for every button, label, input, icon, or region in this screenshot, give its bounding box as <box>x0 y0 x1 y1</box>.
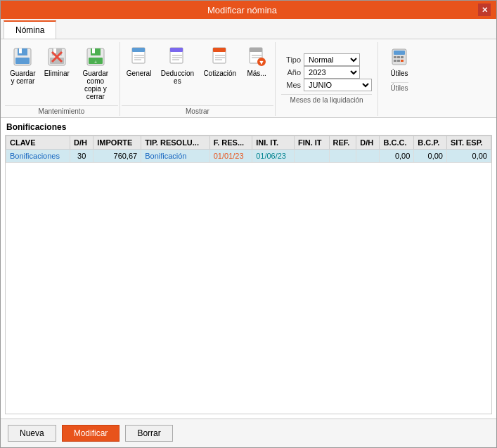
nueva-button[interactable]: Nueva <box>8 425 56 442</box>
bonificaciones-table: CLAVE D/H IMPORTE TIP. RESOLU... F. RES.… <box>6 136 491 163</box>
svg-rect-37 <box>394 51 405 55</box>
window-title: Modificar nómina <box>6 5 478 15</box>
svg-rect-21 <box>170 48 183 52</box>
guardar-copia-label: Guardar como copia y cerrar <box>78 70 113 100</box>
save-icon <box>11 46 34 68</box>
ano-row: Año 2023 2022 2021 <box>281 66 372 79</box>
svg-rect-43 <box>401 60 404 62</box>
title-bar: Modificar nómina ✕ <box>1 1 496 19</box>
table-header-row: CLAVE D/H IMPORTE TIP. RESOLU... F. RES.… <box>6 136 491 150</box>
cotizacion-button[interactable]: Cotización <box>200 44 240 79</box>
svg-rect-41 <box>394 60 396 62</box>
cell-sit-esp: 0,00 <box>446 150 491 163</box>
svg-rect-26 <box>213 48 226 52</box>
eliminar-label: Eliminar <box>44 70 70 77</box>
mas-icon: ▼ <box>245 46 268 68</box>
utiles-button[interactable]: Útiles <box>384 44 415 79</box>
col-tip-resolu: TIP. RESOLU... <box>141 136 210 150</box>
mantenimiento-buttons: Guardar y cerrar Eliminar <box>5 42 118 104</box>
svg-rect-31 <box>250 48 262 52</box>
mes-select[interactable]: ENEROFEBREROMARZO ABRILMAYOJUNIO JULIOAG… <box>304 79 372 91</box>
main-window: Modificar nómina ✕ Nómina <box>0 0 497 448</box>
col-fin-it: FIN. IT <box>294 136 329 150</box>
svg-rect-16 <box>132 48 145 52</box>
cell-bcp: 0,00 <box>414 150 447 163</box>
utiles-group-label: Útiles <box>391 82 408 93</box>
col-bcp: B.C.P. <box>414 136 447 150</box>
col-clave: CLAVE <box>6 136 70 150</box>
mas-label: Más... <box>247 70 266 77</box>
utiles-label: Útiles <box>391 70 408 77</box>
svg-rect-12 <box>92 48 95 53</box>
guardar-cerrar-button[interactable]: Guardar y cerrar <box>6 44 39 87</box>
meses-group-label: Meses de la liquidación <box>281 94 372 105</box>
col-dh2: D/H <box>356 136 380 150</box>
calculator-icon <box>388 46 411 68</box>
cell-clave: Bonificaciones <box>6 150 70 163</box>
svg-rect-2 <box>19 48 22 53</box>
borrar-button[interactable]: Borrar <box>125 425 172 442</box>
cotizacion-label: Cotización <box>203 70 236 77</box>
ribbon: Guardar y cerrar Eliminar <box>1 39 496 118</box>
deducciones-icon <box>166 46 188 68</box>
svg-text:▼: ▼ <box>259 59 265 66</box>
ribbon-group-mantenimiento: Guardar y cerrar Eliminar <box>4 42 120 116</box>
cell-dh: 30 <box>70 150 93 163</box>
tipo-select[interactable]: Normal Extra <box>304 53 360 66</box>
general-icon <box>128 46 150 68</box>
mas-button[interactable]: ▼ Más... <box>241 44 272 79</box>
savecopy-icon: + <box>84 46 107 68</box>
modificar-button[interactable]: Modificar <box>62 425 120 442</box>
utiles-section: Útiles Útiles <box>378 42 420 116</box>
tab-nomina[interactable]: Nómina <box>4 20 56 39</box>
col-ini-it: INI. IT. <box>252 136 295 150</box>
svg-rect-40 <box>401 56 404 58</box>
cell-ref <box>329 150 356 163</box>
guardar-cerrar-label: Guardar y cerrar <box>10 70 36 85</box>
ano-label: Año <box>281 68 301 77</box>
cell-f-res: 01/01/23 <box>209 150 252 163</box>
svg-rect-39 <box>397 56 400 58</box>
mostrar-group-label: Mostrar <box>122 105 273 116</box>
ribbon-tabs: Nómina <box>1 19 496 39</box>
tipo-label: Tipo <box>281 55 301 64</box>
mes-row: Mes ENEROFEBREROMARZO ABRILMAYOJUNIO JUL… <box>281 79 372 91</box>
col-ref: REF. <box>329 136 356 150</box>
delete-icon <box>46 46 68 68</box>
cell-importe: 760,67 <box>93 150 141 163</box>
section-title: Bonificaciones <box>1 118 496 135</box>
cell-ini-it: 01/06/23 <box>252 150 295 163</box>
col-f-res: F. RES... <box>209 136 252 150</box>
deducciones-label: Deducciones <box>160 70 195 85</box>
meses-section: Tipo Normal Extra Año 2023 2022 2021 Mes… <box>276 42 378 116</box>
svg-rect-3 <box>15 58 30 64</box>
col-sit-esp: SIT. ESP. <box>446 136 491 150</box>
deducciones-button[interactable]: Deducciones <box>156 44 198 87</box>
general-label: General <box>127 70 152 77</box>
guardar-copia-button[interactable]: + Guardar como copia y cerrar <box>75 44 117 103</box>
eliminar-button[interactable]: Eliminar <box>41 44 73 79</box>
bonificaciones-table-container: CLAVE D/H IMPORTE TIP. RESOLU... F. RES.… <box>5 135 492 414</box>
general-button[interactable]: General <box>123 44 155 79</box>
ribbon-group-mostrar: General Deducciones <box>120 42 276 116</box>
cell-dh2 <box>356 150 380 163</box>
mantenimiento-group-label: Mantenimiento <box>5 105 118 116</box>
svg-rect-38 <box>394 56 396 58</box>
col-bcc: B.C.C. <box>380 136 414 150</box>
col-dh: D/H <box>70 136 93 150</box>
mes-label: Mes <box>281 81 301 89</box>
footer-buttons: Nueva Modificar Borrar <box>1 419 496 447</box>
mostrar-buttons: General Deducciones <box>122 42 273 104</box>
cell-bcc: 0,00 <box>380 150 414 163</box>
close-button[interactable]: ✕ <box>478 4 491 16</box>
svg-text:+: + <box>94 60 97 65</box>
tipo-row: Tipo Normal Extra <box>281 53 372 66</box>
cotizacion-icon <box>209 46 231 68</box>
cell-tip-resolu: Bonificación <box>141 150 210 163</box>
table-row[interactable]: Bonificaciones 30 760,67 Bonificación 01… <box>6 150 491 163</box>
col-importe: IMPORTE <box>93 136 141 150</box>
ano-select[interactable]: 2023 2022 2021 <box>304 66 360 79</box>
cell-fin-it <box>294 150 329 163</box>
svg-rect-42 <box>397 60 400 62</box>
